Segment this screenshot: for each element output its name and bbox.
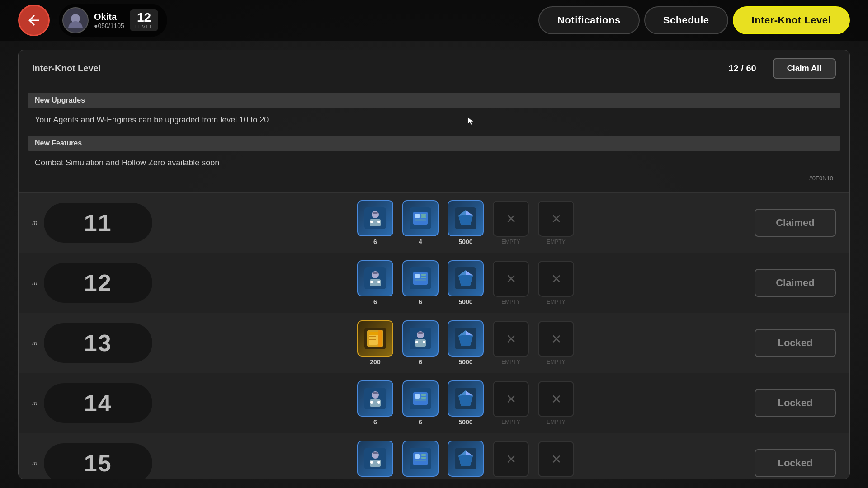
reward-icon-box-empty: ✕ [493, 441, 529, 477]
player-details: Okita ●050/1105 [94, 12, 124, 29]
claimed-button[interactable]: Claimed [755, 209, 836, 237]
reward-icon-box-empty: ✕ [538, 321, 574, 357]
svg-point-5 [377, 221, 380, 223]
new-upgrades-header: New Upgrades [28, 93, 840, 108]
svg-rect-22 [373, 272, 378, 274]
reward-icon-box-active [448, 441, 484, 477]
reward-row: m 15 6 6 [19, 433, 849, 479]
empty-x-icon: ✕ [506, 392, 516, 407]
locked-button: Locked [755, 389, 836, 417]
empty-label: EMPTY [547, 239, 565, 245]
reward-icon-box-active [402, 200, 439, 236]
reward-item: 6 [402, 441, 439, 479]
new-upgrades-title: New Upgrades [35, 96, 85, 104]
reward-icon-box-active [402, 380, 439, 417]
reward-rows: m 11 6 4 [19, 192, 849, 479]
svg-rect-28 [415, 279, 426, 281]
svg-rect-6 [373, 212, 378, 214]
reward-item: 5000 [448, 260, 484, 305]
svg-rect-40 [369, 339, 376, 340]
reward-icon-box-empty: ✕ [538, 441, 574, 477]
reward-count: 4 [419, 238, 422, 245]
svg-rect-62 [415, 399, 426, 401]
reward-item: 6 [357, 200, 393, 245]
reward-icon-box-active [402, 441, 439, 477]
reward-item: 5000 [448, 200, 484, 245]
level-pill: 14 [44, 383, 152, 423]
reward-icon-box-active [357, 380, 393, 417]
claimed-button[interactable]: Claimed [755, 269, 836, 297]
svg-rect-10 [421, 214, 426, 216]
level-badge-area: m 13 [32, 323, 177, 363]
player-info: Okita ●050/1105 12 LEVEL [59, 4, 167, 37]
reward-item: 6 [357, 380, 393, 426]
reward-item: ✕ EMPTY [493, 261, 529, 305]
svg-rect-61 [421, 397, 426, 399]
reward-item: 5000 [448, 441, 484, 479]
rewards-icons: 6 6 5000 ✕ [177, 260, 755, 305]
reward-item: ✕ EMPTY [493, 441, 529, 479]
scroll-area[interactable]: New Upgrades Your Agents and W-Engines c… [19, 87, 849, 479]
svg-point-4 [370, 221, 373, 223]
info-section: New Upgrades Your Agents and W-Engines c… [19, 93, 849, 192]
reward-count: 5000 [458, 418, 472, 426]
locked-button: Locked [755, 329, 836, 357]
reward-item: 6 [357, 260, 393, 305]
reward-item: ✕ EMPTY [538, 261, 574, 305]
empty-x-icon: ✕ [506, 272, 516, 286]
reward-icon-box-empty: ✕ [538, 201, 574, 237]
level-pill: 13 [44, 323, 152, 363]
new-features-body: Combat Simulation and Hollow Zero availa… [28, 155, 840, 173]
reward-item: 6 [402, 380, 439, 426]
svg-point-44 [415, 341, 418, 343]
svg-point-55 [377, 401, 380, 404]
svg-rect-11 [421, 216, 426, 218]
claim-all-button[interactable]: Claim All [773, 58, 836, 79]
level-m-icon: m [32, 279, 38, 286]
level-pill: 15 [44, 443, 152, 479]
notifications-button[interactable]: Notifications [538, 6, 640, 34]
reward-item: ✕ EMPTY [538, 201, 574, 245]
schedule-button[interactable]: Schedule [644, 6, 728, 34]
svg-rect-36 [369, 332, 378, 335]
svg-point-70 [370, 461, 373, 464]
empty-x-icon: ✕ [506, 332, 516, 347]
reward-icon-box-active [402, 260, 439, 296]
reward-item: 200 [357, 320, 393, 366]
reward-count: 5000 [458, 298, 472, 305]
reward-icon-box-active [402, 320, 439, 357]
svg-rect-75 [415, 454, 420, 459]
reward-icon-box-empty: ✕ [538, 261, 574, 297]
svg-rect-37 [378, 330, 382, 347]
avatar [62, 7, 89, 33]
reward-item: ✕ EMPTY [493, 201, 529, 245]
back-button[interactable] [18, 5, 50, 36]
reward-icon-box-active [357, 200, 393, 236]
empty-label: EMPTY [501, 419, 520, 425]
empty-x-icon: ✕ [506, 211, 516, 226]
reward-item: ✕ EMPTY [493, 381, 529, 425]
reward-icon-box-active [357, 441, 393, 477]
level-badge-area: m 14 [32, 383, 177, 423]
rewards-icons: 200 6 5000 ✕ [177, 320, 755, 366]
svg-point-71 [377, 461, 380, 464]
level-m-icon: m [32, 460, 38, 467]
svg-rect-56 [373, 392, 378, 394]
reward-icon-box-empty: ✕ [538, 381, 574, 417]
svg-rect-72 [373, 452, 378, 454]
nav-buttons: Notifications Schedule Inter-Knot Level [538, 6, 850, 34]
inter-knot-level-button[interactable]: Inter-Knot Level [733, 6, 850, 34]
player-level: 12 [137, 11, 151, 24]
reward-count: 5000 [458, 238, 472, 245]
svg-point-45 [423, 341, 425, 343]
reward-count: 200 [370, 358, 380, 366]
empty-x-icon: ✕ [551, 392, 561, 407]
svg-rect-60 [421, 394, 426, 396]
player-level-badge: 12 LEVEL [130, 9, 158, 31]
empty-x-icon: ✕ [551, 272, 561, 286]
reward-count: 6 [419, 479, 422, 479]
reward-row: m 11 6 4 [19, 192, 849, 253]
locked-button: Locked [755, 449, 836, 477]
empty-label: EMPTY [501, 299, 520, 305]
reward-item: ✕ EMPTY [538, 441, 574, 479]
